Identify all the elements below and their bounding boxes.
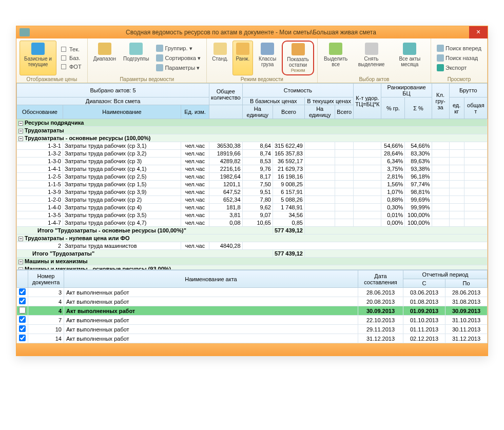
total-row: Итого "Трудозатраты - основные ресурсы (… [17,227,488,234]
act-checkbox[interactable] [19,288,26,295]
act-checkbox[interactable] [19,307,26,314]
ribbon-group-mode: Станд. Ранж. Классы груза Показать остат… [207,38,318,83]
group-icon [156,45,163,52]
section-row[interactable]: −Трудозатраты [17,127,488,134]
ribbon-group-view: Поиск вперед Поиск назад Экспорт Просмот… [431,38,488,83]
btn-find-prev[interactable]: Поиск назад [434,53,484,63]
act-row[interactable]: 10Акт выполненных работ29.11.201301.11.2… [17,325,488,334]
btn-find-next[interactable]: Поиск вперед [434,44,484,53]
window-title: Сводная ведомость ресурсов по актам в до… [33,29,469,36]
col-rank: Ранжирование БЦ [381,84,432,97]
export-icon [437,64,444,71]
expander-icon[interactable]: − [18,267,23,270]
sort-icon [156,54,163,62]
col-cost: Стоимость [242,84,354,97]
act-checkbox[interactable] [19,316,26,323]
act-row[interactable]: 7Акт выполненных работ22.10.201301.10.20… [17,316,488,325]
resource-row[interactable]: 1-4-1Затраты труда рабочих (ср 4,1)чел.ч… [17,165,488,173]
ribbon-group-params: Диапазон Подгруппы Группир. ▾ Сортировка… [88,38,207,83]
section-row[interactable]: −Ресурсы подрядчика [17,119,488,127]
act-checkbox[interactable] [19,335,26,341]
app-window: Сводная ведомость ресурсов по актам в до… [16,26,488,356]
expander-icon[interactable]: − [18,260,23,264]
btn-all-month-acts[interactable]: Все акты месяца [392,41,428,75]
resource-row[interactable]: 1-4-0Затраты труда рабочих (ср 4)чел.час… [17,204,488,211]
expander-icon[interactable]: − [18,121,23,126]
col-name[interactable]: Наименование [63,105,181,119]
ranked-icon [236,43,249,55]
prices-icon [31,43,45,55]
btn-current[interactable]: Тек. [59,45,84,53]
search-fwd-icon [437,45,444,52]
section-row[interactable]: −Трудозатраты - нулевая цена или ФО [17,234,488,242]
act-checkbox[interactable] [19,298,26,304]
resource-row[interactable]: 1-2-0Затраты труда рабочих (ср 2)чел.час… [17,196,488,204]
btn-select-all[interactable]: Выделить все [321,41,351,75]
resource-row[interactable]: 1-4-7Затраты труда рабочих (ср 4,7)чел.ч… [17,219,488,227]
expander-icon[interactable]: − [18,237,23,241]
btn-cargo-classes[interactable]: Классы груза [255,41,280,75]
btn-subgroups[interactable]: Подгруппы [121,41,151,75]
btn-fot[interactable]: ФОТ [59,63,84,71]
act-row[interactable]: 14Акт выполненных работ31.12.201302.12.2… [17,334,488,343]
acts-panel: Номер документа Наименование акта Дата с… [16,270,488,343]
expander-icon[interactable]: − [18,129,23,133]
section-row[interactable]: −Машины и механизмы - основные ресурсы (… [17,265,488,270]
btn-standard[interactable]: Станд. [210,41,230,75]
section-row[interactable]: −Машины и механизмы [17,258,488,265]
total-row: Итого "Трудозатраты"577 439,12 [17,250,488,258]
btn-export[interactable]: Экспорт [434,63,484,72]
resource-row[interactable]: 1-3-5Затраты труда рабочих (ср 3,5)чел.ч… [17,211,488,219]
col-brutto: Брутто [449,84,487,97]
app-icon [20,28,30,36]
resource-row[interactable]: 1-1-5Затраты труда рабочих (ср 1,5)чел.ч… [17,181,488,188]
search-back-icon [437,54,444,62]
resource-row[interactable]: 1-3-9Затраты труда рабочих (ср 3,9)чел.ч… [17,188,488,196]
resource-row[interactable]: 1-2-5Затраты труда рабочих (ср 2,5)чел.ч… [17,173,488,181]
grid-scroll[interactable]: Выбрано актов: 5 Общее количество Стоимо… [16,83,488,270]
btn-group[interactable]: Группир. ▾ [153,44,203,53]
col-obosn[interactable]: Обоснование [17,105,63,119]
section-row[interactable]: −Трудозатраты - основные ресурсы (100,00… [17,134,488,142]
resource-row[interactable]: 2Затраты труда машинистовчел.час4840,28 [17,242,488,250]
resource-row[interactable]: 1-3-2Затраты труда рабочих (ср 3,2)чел.ч… [17,150,488,158]
act-row[interactable]: 4Акт выполненных работ20.08.201301.08.20… [17,297,488,306]
select-all-icon [329,43,342,55]
col-kt: К-т удор. ТЦ=БЦ*К [354,84,381,119]
remainders-icon [292,43,305,55]
col-qty: Общее количество [209,84,243,105]
resource-row[interactable]: 1-3-0Затраты труда рабочих (ср 3)чел.час… [17,158,488,165]
btn-ranked[interactable]: Ранж. [232,41,253,75]
btn-deselect[interactable]: Снять выделение [353,41,390,75]
statusbar [16,343,488,356]
btn-sort[interactable]: Сортировка ▾ [153,53,203,63]
selected-acts-label: Выбрано актов: 5 [90,87,135,93]
col-unit[interactable]: Ед. изм. [181,105,209,119]
subgroups-icon [129,43,143,55]
act-row[interactable]: 3Акт выполненных работ28.06.201303.06.20… [17,288,488,297]
deselect-icon [365,43,378,55]
ribbon-group-acts: Выделить все Снять выделение Все акты ме… [318,38,431,83]
btn-show-remainders[interactable]: Показать остаткиРежим [282,41,314,75]
month-acts-icon [403,43,416,55]
btn-params[interactable]: Параметры ▾ [153,63,203,72]
titlebar: Сводная ведомость ресурсов по актам в до… [16,26,488,38]
ribbon: Базисные и текущие Тек. Баз. ФОТ Отображ… [16,38,488,83]
col-klg: Кл. гру- за [432,84,449,119]
ribbon-group-prices: Базисные и текущие Тек. Баз. ФОТ Отображ… [16,38,88,83]
btn-base[interactable]: Баз. [59,54,84,62]
btn-range[interactable]: Диапазон [91,41,119,75]
standard-icon [214,43,227,55]
resource-row[interactable]: 1-3-1Затраты труда рабочих (ср 3,1)чел.ч… [17,142,488,150]
params-icon [156,64,163,71]
act-checkbox[interactable] [19,325,26,332]
expander-icon[interactable]: − [18,136,23,141]
act-row[interactable]: 4Акт выполненных работ30.09.201301.09.20… [17,306,488,316]
btn-base-and-current[interactable]: Базисные и текущие [20,41,56,75]
resource-grid: Выбрано актов: 5 Общее количество Стоимо… [16,83,488,270]
range-icon [98,43,111,55]
cargo-icon [261,43,274,55]
close-button[interactable]: × [469,26,488,38]
